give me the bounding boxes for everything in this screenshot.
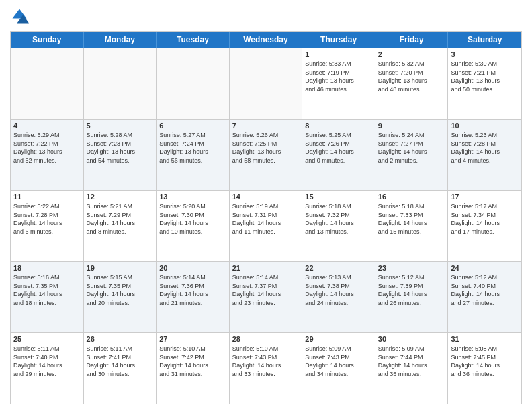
header bbox=[10, 7, 522, 26]
day-number: 27 bbox=[159, 335, 226, 343]
day-number: 15 bbox=[305, 193, 372, 201]
calendar-cell: 22Sunrise: 5:13 AM Sunset: 7:38 PM Dayli… bbox=[302, 262, 375, 332]
day-detail: Sunrise: 5:30 AM Sunset: 7:21 PM Dayligh… bbox=[451, 60, 519, 93]
day-number: 12 bbox=[87, 193, 154, 201]
calendar-cell: 6Sunrise: 5:27 AM Sunset: 7:24 PM Daylig… bbox=[157, 120, 230, 190]
calendar-cell: 21Sunrise: 5:14 AM Sunset: 7:37 PM Dayli… bbox=[230, 262, 303, 332]
day-number: 3 bbox=[451, 50, 519, 58]
calendar-cell: 14Sunrise: 5:19 AM Sunset: 7:31 PM Dayli… bbox=[230, 191, 303, 261]
calendar: SundayMondayTuesdayWednesdayThursdayFrid… bbox=[10, 31, 522, 404]
calendar-cell bbox=[230, 48, 303, 119]
calendar-body: 1Sunrise: 5:33 AM Sunset: 7:19 PM Daylig… bbox=[11, 48, 521, 404]
calendar-cell: 31Sunrise: 5:08 AM Sunset: 7:45 PM Dayli… bbox=[448, 333, 521, 404]
day-number: 2 bbox=[378, 50, 445, 58]
day-detail: Sunrise: 5:27 AM Sunset: 7:24 PM Dayligh… bbox=[159, 131, 226, 165]
day-detail: Sunrise: 5:29 AM Sunset: 7:22 PM Dayligh… bbox=[13, 131, 81, 165]
calendar-cell: 23Sunrise: 5:12 AM Sunset: 7:39 PM Dayli… bbox=[375, 262, 449, 332]
day-number: 20 bbox=[159, 264, 226, 272]
day-detail: Sunrise: 5:23 AM Sunset: 7:28 PM Dayligh… bbox=[451, 131, 519, 165]
day-detail: Sunrise: 5:33 AM Sunset: 7:19 PM Dayligh… bbox=[305, 60, 372, 93]
day-number: 28 bbox=[232, 335, 300, 343]
day-detail: Sunrise: 5:20 AM Sunset: 7:30 PM Dayligh… bbox=[159, 202, 226, 236]
calendar-cell: 28Sunrise: 5:10 AM Sunset: 7:43 PM Dayli… bbox=[230, 333, 303, 404]
day-detail: Sunrise: 5:15 AM Sunset: 7:35 PM Dayligh… bbox=[87, 273, 154, 307]
calendar-cell: 29Sunrise: 5:09 AM Sunset: 7:43 PM Dayli… bbox=[302, 333, 375, 404]
day-detail: Sunrise: 5:13 AM Sunset: 7:38 PM Dayligh… bbox=[305, 273, 372, 307]
day-number: 30 bbox=[378, 335, 445, 343]
logo bbox=[10, 7, 32, 26]
day-number: 29 bbox=[305, 335, 372, 343]
calendar-cell: 26Sunrise: 5:11 AM Sunset: 7:41 PM Dayli… bbox=[84, 333, 157, 404]
calendar-cell bbox=[157, 48, 230, 119]
calendar-cell: 18Sunrise: 5:16 AM Sunset: 7:35 PM Dayli… bbox=[11, 262, 84, 332]
day-number: 10 bbox=[451, 122, 519, 130]
calendar-cell: 11Sunrise: 5:22 AM Sunset: 7:28 PM Dayli… bbox=[11, 191, 84, 261]
day-detail: Sunrise: 5:32 AM Sunset: 7:20 PM Dayligh… bbox=[378, 60, 445, 93]
day-number: 31 bbox=[451, 335, 519, 343]
calendar-header-cell: Thursday bbox=[302, 32, 375, 48]
day-number: 23 bbox=[378, 264, 445, 272]
calendar-cell: 15Sunrise: 5:18 AM Sunset: 7:32 PM Dayli… bbox=[302, 191, 375, 261]
day-detail: Sunrise: 5:14 AM Sunset: 7:37 PM Dayligh… bbox=[232, 273, 300, 307]
day-number: 7 bbox=[232, 122, 300, 130]
day-detail: Sunrise: 5:12 AM Sunset: 7:39 PM Dayligh… bbox=[378, 273, 445, 307]
day-detail: Sunrise: 5:11 AM Sunset: 7:40 PM Dayligh… bbox=[13, 345, 81, 378]
calendar-cell: 2Sunrise: 5:32 AM Sunset: 7:20 PM Daylig… bbox=[375, 48, 449, 119]
calendar-cell: 3Sunrise: 5:30 AM Sunset: 7:21 PM Daylig… bbox=[448, 48, 521, 119]
day-number: 9 bbox=[378, 122, 445, 130]
day-detail: Sunrise: 5:21 AM Sunset: 7:29 PM Dayligh… bbox=[87, 202, 154, 236]
day-detail: Sunrise: 5:18 AM Sunset: 7:33 PM Dayligh… bbox=[378, 202, 445, 236]
day-detail: Sunrise: 5:19 AM Sunset: 7:31 PM Dayligh… bbox=[232, 202, 300, 236]
day-number: 26 bbox=[87, 335, 154, 343]
calendar-cell: 24Sunrise: 5:12 AM Sunset: 7:40 PM Dayli… bbox=[448, 262, 521, 332]
calendar-cell: 10Sunrise: 5:23 AM Sunset: 7:28 PM Dayli… bbox=[448, 120, 521, 190]
calendar-cell: 4Sunrise: 5:29 AM Sunset: 7:22 PM Daylig… bbox=[11, 120, 84, 190]
calendar-cell bbox=[11, 48, 84, 119]
day-number: 18 bbox=[13, 264, 81, 272]
day-detail: Sunrise: 5:28 AM Sunset: 7:23 PM Dayligh… bbox=[87, 131, 154, 165]
day-number: 17 bbox=[451, 193, 519, 201]
calendar-cell: 1Sunrise: 5:33 AM Sunset: 7:19 PM Daylig… bbox=[302, 48, 375, 119]
calendar-cell: 9Sunrise: 5:24 AM Sunset: 7:27 PM Daylig… bbox=[375, 120, 449, 190]
day-number: 1 bbox=[305, 50, 372, 58]
calendar-cell: 30Sunrise: 5:09 AM Sunset: 7:44 PM Dayli… bbox=[375, 333, 449, 404]
day-detail: Sunrise: 5:18 AM Sunset: 7:32 PM Dayligh… bbox=[305, 202, 372, 236]
day-detail: Sunrise: 5:24 AM Sunset: 7:27 PM Dayligh… bbox=[378, 131, 445, 165]
calendar-row: 1Sunrise: 5:33 AM Sunset: 7:19 PM Daylig… bbox=[11, 48, 521, 119]
calendar-cell: 20Sunrise: 5:14 AM Sunset: 7:36 PM Dayli… bbox=[157, 262, 230, 332]
day-detail: Sunrise: 5:10 AM Sunset: 7:42 PM Dayligh… bbox=[159, 345, 226, 378]
day-detail: Sunrise: 5:11 AM Sunset: 7:41 PM Dayligh… bbox=[87, 345, 154, 378]
calendar-cell: 13Sunrise: 5:20 AM Sunset: 7:30 PM Dayli… bbox=[157, 191, 230, 261]
calendar-cell: 25Sunrise: 5:11 AM Sunset: 7:40 PM Dayli… bbox=[11, 333, 84, 404]
day-number: 11 bbox=[13, 193, 81, 201]
calendar-cell: 7Sunrise: 5:26 AM Sunset: 7:25 PM Daylig… bbox=[230, 120, 303, 190]
day-detail: Sunrise: 5:14 AM Sunset: 7:36 PM Dayligh… bbox=[159, 273, 226, 307]
day-detail: Sunrise: 5:26 AM Sunset: 7:25 PM Dayligh… bbox=[232, 131, 300, 165]
calendar-header-cell: Friday bbox=[375, 32, 449, 48]
day-number: 8 bbox=[305, 122, 372, 130]
day-number: 24 bbox=[451, 264, 519, 272]
day-detail: Sunrise: 5:12 AM Sunset: 7:40 PM Dayligh… bbox=[451, 273, 519, 307]
calendar-row: 25Sunrise: 5:11 AM Sunset: 7:40 PM Dayli… bbox=[11, 332, 521, 404]
calendar-row: 11Sunrise: 5:22 AM Sunset: 7:28 PM Dayli… bbox=[11, 190, 521, 261]
calendar-cell: 27Sunrise: 5:10 AM Sunset: 7:42 PM Dayli… bbox=[157, 333, 230, 404]
page: SundayMondayTuesdayWednesdayThursdayFrid… bbox=[0, 0, 532, 411]
calendar-header-cell: Monday bbox=[84, 32, 157, 48]
day-detail: Sunrise: 5:25 AM Sunset: 7:26 PM Dayligh… bbox=[305, 131, 372, 165]
calendar-row: 4Sunrise: 5:29 AM Sunset: 7:22 PM Daylig… bbox=[11, 119, 521, 190]
day-detail: Sunrise: 5:22 AM Sunset: 7:28 PM Dayligh… bbox=[13, 202, 81, 236]
calendar-cell: 12Sunrise: 5:21 AM Sunset: 7:29 PM Dayli… bbox=[84, 191, 157, 261]
day-number: 13 bbox=[159, 193, 226, 201]
day-number: 6 bbox=[159, 122, 226, 130]
calendar-cell: 17Sunrise: 5:17 AM Sunset: 7:34 PM Dayli… bbox=[448, 191, 521, 261]
day-number: 16 bbox=[378, 193, 445, 201]
calendar-cell: 19Sunrise: 5:15 AM Sunset: 7:35 PM Dayli… bbox=[84, 262, 157, 332]
day-detail: Sunrise: 5:08 AM Sunset: 7:45 PM Dayligh… bbox=[451, 345, 519, 378]
day-number: 25 bbox=[13, 335, 81, 343]
calendar-row: 18Sunrise: 5:16 AM Sunset: 7:35 PM Dayli… bbox=[11, 261, 521, 332]
calendar-header-cell: Saturday bbox=[448, 32, 521, 48]
calendar-cell: 8Sunrise: 5:25 AM Sunset: 7:26 PM Daylig… bbox=[302, 120, 375, 190]
calendar-header-cell: Wednesday bbox=[230, 32, 303, 48]
day-number: 5 bbox=[87, 122, 154, 130]
calendar-cell: 16Sunrise: 5:18 AM Sunset: 7:33 PM Dayli… bbox=[375, 191, 449, 261]
